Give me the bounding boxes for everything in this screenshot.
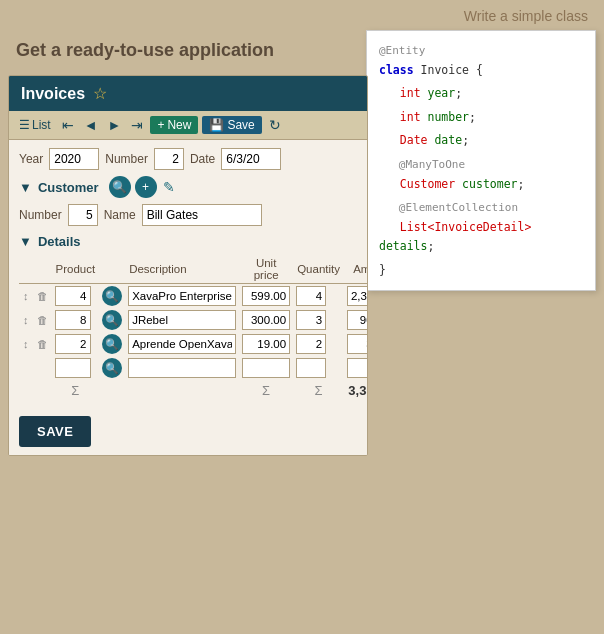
col-product-header: Product [52, 255, 100, 284]
row-delete-button[interactable]: 🗑 [36, 337, 49, 351]
amount-input [347, 310, 368, 330]
refresh-button[interactable]: ↻ [266, 115, 284, 135]
new-button[interactable]: + New [150, 116, 198, 134]
col-description-header: Description [125, 255, 239, 284]
product-search-button[interactable]: 🔍 [102, 334, 122, 354]
customer-actions: 🔍 + ✎ [109, 176, 177, 198]
number-input[interactable] [154, 148, 184, 170]
description-input-empty[interactable] [128, 358, 236, 378]
code-line-3: int year; [379, 84, 583, 104]
first-button[interactable]: ⇤ [59, 115, 77, 135]
row-reorder-button[interactable]: ↕ [22, 313, 30, 327]
total-amount: 3,334.00 [344, 380, 368, 400]
unit-price-input[interactable] [242, 334, 290, 354]
unit-price-input-empty[interactable] [242, 358, 290, 378]
customer-number-input[interactable] [68, 204, 98, 226]
date-input[interactable] [221, 148, 281, 170]
customer-number-label: Number [19, 208, 62, 222]
toolbar: ☰ List ⇤ ◄ ► ⇥ + New 💾 Save ↻ [9, 111, 367, 140]
product-input[interactable] [55, 334, 91, 354]
customer-name-input[interactable] [142, 204, 262, 226]
table-row-empty: 🔍 [19, 356, 368, 380]
row-delete-button[interactable]: 🗑 [36, 313, 49, 327]
amount-input-empty [347, 358, 368, 378]
next-button[interactable]: ► [105, 115, 125, 135]
save-toolbar-button[interactable]: 💾 Save [202, 116, 261, 134]
list-button[interactable]: ☰ List [15, 116, 55, 134]
row-reorder-button[interactable]: ↕ [22, 289, 30, 303]
quantity-input[interactable] [296, 310, 326, 330]
description-input[interactable] [128, 286, 236, 306]
favorite-icon[interactable]: ☆ [93, 84, 107, 103]
col-quantity-header: Quantity [293, 255, 344, 284]
new-icon: + [157, 118, 164, 132]
save-icon: 💾 [209, 118, 224, 132]
quantity-input[interactable] [296, 334, 326, 354]
new-label: New [167, 118, 191, 132]
list-label: List [32, 118, 51, 132]
customer-search-button[interactable]: 🔍 [109, 176, 131, 198]
col-price-header: Unit price [239, 255, 293, 284]
quantity-input-empty[interactable] [296, 358, 326, 378]
year-label: Year [19, 152, 43, 166]
top-right-label: Write a simple class [0, 0, 604, 28]
product-input-empty[interactable] [55, 358, 91, 378]
description-input[interactable] [128, 334, 236, 354]
row-reorder-button[interactable]: ↕ [22, 337, 30, 351]
details-section-header: ▼ Details [19, 234, 357, 249]
year-input[interactable] [49, 148, 99, 170]
save-button[interactable]: SAVE [19, 416, 91, 447]
product-search-button[interactable]: 🔍 [102, 286, 122, 306]
last-button[interactable]: ⇥ [128, 115, 146, 135]
sigma-qty: Σ [293, 380, 344, 400]
details-table: Product Description Unit price Quantity … [19, 255, 368, 400]
table-row: ↕ 🗑 🔍 [19, 332, 368, 356]
code-line-6: @ManyToOne [379, 155, 583, 175]
code-line-1: @Entity [379, 41, 583, 61]
customer-label: Customer [38, 180, 99, 195]
unit-price-input[interactable] [242, 286, 290, 306]
form-area: Year Number Date ▼ Customer 🔍 + ✎ Number… [9, 140, 367, 408]
main-panel: Invoices ☆ ☰ List ⇤ ◄ ► ⇥ + New 💾 Save ↻… [8, 75, 368, 456]
details-section: ▼ Details Product Description Unit price… [19, 234, 357, 400]
code-line-7: Customer customer; [379, 175, 583, 195]
product-input[interactable] [55, 310, 91, 330]
amount-input [347, 334, 368, 354]
amount-input [347, 286, 368, 306]
product-input[interactable] [55, 286, 91, 306]
top-left-label: Get a ready-to-use application [16, 40, 274, 61]
code-line-10: } [379, 261, 583, 281]
product-search-button-empty[interactable]: 🔍 [102, 358, 122, 378]
list-icon: ☰ [19, 118, 30, 132]
sigma-product: Σ [52, 380, 100, 400]
row-delete-button[interactable]: 🗑 [36, 289, 49, 303]
description-input[interactable] [128, 310, 236, 330]
save-toolbar-label: Save [227, 118, 254, 132]
customer-name-label: Name [104, 208, 136, 222]
details-label: Details [38, 234, 81, 249]
col-amount-header: Amount [344, 255, 368, 284]
code-line-5: Date date; [379, 131, 583, 151]
unit-price-input[interactable] [242, 310, 290, 330]
table-row: ↕ 🗑 🔍 [19, 308, 368, 332]
panel-header: Invoices ☆ [9, 76, 367, 111]
year-number-date-row: Year Number Date [19, 148, 357, 170]
customer-toggle[interactable]: ▼ [19, 180, 32, 195]
prev-button[interactable]: ◄ [81, 115, 101, 135]
product-search-button[interactable]: 🔍 [102, 310, 122, 330]
customer-add-button[interactable]: + [135, 176, 157, 198]
customer-row: Number Name [19, 204, 357, 226]
bottom-bar: SAVE [9, 408, 367, 455]
code-line-2: class Invoice { [379, 61, 583, 81]
table-row: ↕ 🗑 🔍 [19, 284, 368, 309]
panel-title: Invoices [21, 85, 85, 103]
code-panel: @Entity class Invoice { int year; int nu… [366, 30, 596, 291]
code-line-4: int number; [379, 108, 583, 128]
sigma-price: Σ [239, 380, 293, 400]
details-toggle[interactable]: ▼ [19, 234, 32, 249]
quantity-input[interactable] [296, 286, 326, 306]
customer-section-header: ▼ Customer 🔍 + ✎ [19, 176, 357, 198]
code-line-9: List<InvoiceDetail> details; [379, 218, 583, 257]
number-label: Number [105, 152, 148, 166]
customer-edit-button[interactable]: ✎ [161, 176, 177, 198]
